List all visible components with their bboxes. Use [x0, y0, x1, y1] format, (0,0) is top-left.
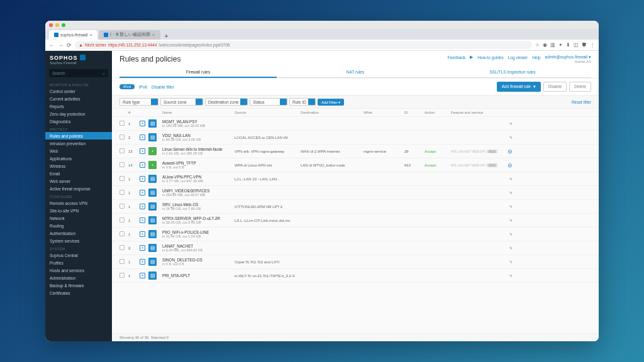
disable-filter-link[interactable]: Disable filter — [152, 85, 174, 89]
table-row[interactable]: 1+▤SRV_Linux-Web-OSin 24.98 GB, out 7.86… — [112, 200, 599, 214]
tab-active[interactable]: sophos-firewall× — [49, 30, 97, 40]
expand-icon[interactable]: + — [140, 204, 145, 209]
expand-icon[interactable]: + — [140, 231, 145, 237]
row-checkbox[interactable] — [119, 190, 125, 195]
sidebar-item-intrusion[interactable]: Intrusion prevention — [45, 140, 112, 147]
max-dot[interactable] — [62, 23, 65, 27]
edit-icon[interactable]: ✎ — [509, 219, 513, 222]
expand-icon[interactable]: + — [140, 190, 145, 195]
expand-icon[interactable]: + — [140, 259, 145, 265]
table-row[interactable]: 1+▤UNIFI_VIDEO&SERVICESin 283.84 MB, out… — [112, 186, 599, 200]
table-row[interactable]: 1+▤ALlow-VPN-PPC-VPNin 3.77 GB, out 947.… — [112, 172, 599, 186]
edit-icon[interactable]: ✎ — [509, 177, 513, 181]
help-link[interactable]: Help — [532, 55, 540, 60]
sidebar-item-remote-vpn[interactable]: Remote access VPN — [45, 199, 112, 207]
add-filter-button[interactable]: Add Filter ▾ — [318, 99, 344, 106]
row-checkbox[interactable] — [119, 162, 125, 167]
tab-nat[interactable]: NAT rules — [277, 67, 434, 78]
sidebar-item-admin[interactable]: Administration — [45, 274, 112, 282]
ext-icon[interactable]: ▥ — [550, 42, 555, 48]
ext-icon[interactable]: ✦ — [558, 42, 563, 48]
star-icon[interactable]: ☆ — [535, 42, 540, 48]
expand-icon[interactable]: + — [140, 162, 145, 168]
sidebar-item-diagnostics[interactable]: Diagnostics — [45, 118, 112, 125]
sidebar-item-central[interactable]: Sophos Central — [45, 251, 112, 259]
sidebar-item-threat[interactable]: Active threat response — [45, 185, 112, 192]
sidebar-item-site-vpn[interactable]: Site-to-site VPN — [45, 207, 112, 214]
table-row[interactable]: 1+▤PIIO_NIFI-x-POLICE-LINEin 31.64 GB, o… — [112, 228, 599, 241]
sidebar-item-reports[interactable]: Reports — [45, 102, 112, 110]
sidebar-item-zero-day[interactable]: Zero-day protection — [45, 110, 112, 118]
add-rule-button[interactable]: Add firewall rule ▾ — [497, 82, 541, 92]
edit-icon[interactable]: ✎ — [509, 122, 513, 126]
table-row[interactable]: 1+▤MGMT_WLAN-PSYin 180.56 MB, out 20.03 … — [112, 117, 599, 131]
tab-inactive[interactable]: ⅰ・ⅲ 新しい確認画面× — [99, 30, 160, 40]
tab-ssl[interactable]: SSL/TLS inspection rules — [434, 67, 591, 78]
howto-link[interactable]: How-to guides — [477, 55, 504, 60]
sidebar-item-current-activities[interactable]: Current activities — [45, 95, 112, 102]
sidebar-item-profiles[interactable]: Profiles — [45, 259, 112, 266]
table-row[interactable]: 1+▤PRI_MTA-KPLTin-WLT-Tc vn-21.Tc1-TWTE-… — [112, 269, 599, 283]
edit-icon[interactable]: ✎ — [509, 274, 513, 278]
ipv6-link[interactable]: IPv6 — [139, 85, 147, 89]
logviewer-link[interactable]: Log viewer — [508, 55, 528, 60]
expand-icon[interactable]: + — [140, 217, 145, 223]
status-select[interactable]: Status — [250, 98, 287, 106]
new-tab-button[interactable]: + — [162, 33, 172, 40]
feedback-link[interactable]: Feedback — [448, 55, 466, 60]
forward-icon[interactable]: → — [58, 42, 64, 48]
menu-icon[interactable]: ⋮ — [590, 42, 595, 48]
min-dot[interactable] — [55, 23, 59, 27]
edit-icon[interactable]: ✎ — [509, 233, 513, 236]
sidebar-item-sysservices[interactable]: System services — [45, 237, 112, 244]
sidebar-item-apps[interactable]: Applications — [45, 155, 112, 162]
sidebar-item-routing[interactable]: Routing — [45, 222, 112, 229]
tab-firewall[interactable]: Firewall rules — [119, 67, 277, 78]
expand-icon[interactable]: + — [140, 245, 145, 251]
url-field[interactable]: ▲ Nicht sicher https://45.131.252.13:444… — [75, 41, 532, 49]
sidebar-item-web[interactable]: Web — [45, 147, 112, 155]
row-checkbox[interactable] — [119, 148, 125, 153]
reset-filter-link[interactable]: Reset filter — [572, 100, 591, 104]
sidebar-item-webserver[interactable]: Web server — [45, 177, 112, 185]
edit-icon[interactable]: ✎ — [509, 191, 513, 195]
sidebar-item-rules[interactable]: Rules and policies — [45, 132, 112, 140]
delete-button[interactable]: Delete — [569, 82, 591, 92]
sidebar-item-hosts[interactable]: Hosts and services — [45, 266, 112, 274]
row-checkbox[interactable] — [119, 259, 125, 264]
table-row[interactable]: 13+‹Linux-Server-Wix to Internet-Nodein … — [112, 145, 599, 158]
ruletype-select[interactable]: Rule type — [119, 98, 158, 106]
close-icon[interactable]: × — [152, 32, 155, 38]
srczone-select[interactable]: Source zone — [160, 98, 203, 106]
sidebar-item-certs[interactable]: Certificates — [45, 289, 112, 297]
delete-icon[interactable]: ⊖ — [508, 148, 513, 155]
row-checkbox[interactable] — [119, 176, 125, 181]
close-dot[interactable] — [49, 23, 53, 27]
ipv4-pill[interactable]: IPv4 — [119, 84, 135, 89]
sidebar-item-network[interactable]: Network — [45, 214, 112, 222]
sidebar-item-backup[interactable]: Backup & firmware — [45, 282, 112, 289]
dstzone-select[interactable]: Destination zone — [205, 98, 248, 106]
close-icon[interactable]: × — [89, 32, 92, 38]
row-checkbox[interactable] — [119, 134, 125, 140]
download-icon[interactable]: ⬇ — [566, 42, 570, 48]
disable-button[interactable]: Disable — [543, 82, 567, 92]
ext-icon[interactable]: ◫ — [574, 42, 579, 48]
edit-icon[interactable]: ✎ — [509, 260, 513, 264]
back-icon[interactable]: ← — [49, 42, 55, 48]
row-checkbox[interactable] — [119, 231, 125, 236]
row-checkbox[interactable] — [119, 217, 125, 222]
edit-icon[interactable]: ✎ — [509, 136, 513, 140]
row-checkbox[interactable] — [119, 204, 125, 209]
sidebar-item-email[interactable]: Email — [45, 170, 112, 177]
expand-icon[interactable]: + — [140, 134, 145, 140]
row-checkbox[interactable] — [119, 121, 125, 126]
sidebar-item-control-center[interactable]: Control center — [45, 87, 112, 95]
edit-icon[interactable]: ✎ — [509, 205, 513, 209]
delete-icon[interactable]: ⊖ — [508, 162, 513, 168]
search-input[interactable]: Search⌕ — [49, 69, 108, 77]
table-row[interactable]: 1+▤SINON_DELETED-OSin 0 B, out 0 BCcper.… — [112, 255, 599, 269]
table-row[interactable]: 1+▤MTRX-SERVER_MFP-O-uLT-2Rin 38.05 GB, … — [112, 214, 599, 228]
expand-icon[interactable]: + — [140, 273, 145, 278]
admin-menu[interactable]: admin@sophos-firewall ▾ — [545, 55, 591, 60]
